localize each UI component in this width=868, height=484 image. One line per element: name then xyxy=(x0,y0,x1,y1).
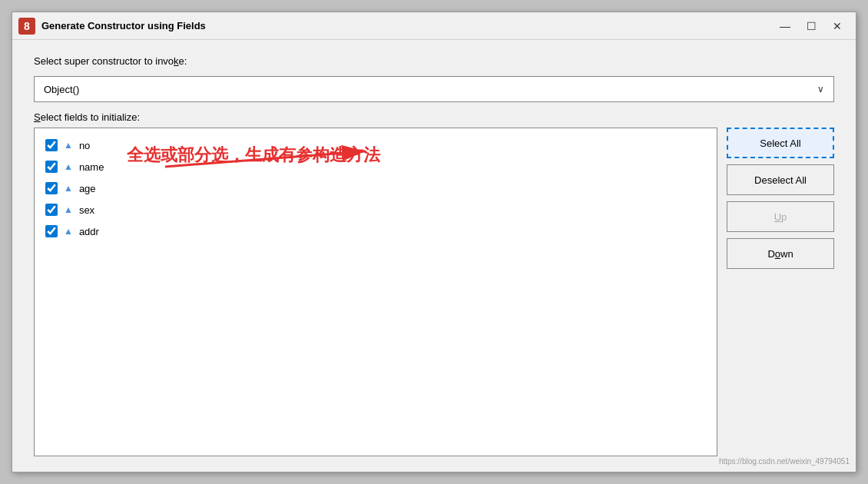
field-name-age: age xyxy=(79,183,96,194)
up-button-label: Up xyxy=(774,211,787,223)
field-checkbox-no[interactable] xyxy=(45,139,58,151)
dialog-content: Select super constructor to invoke: Obje… xyxy=(12,40,856,472)
field-checkbox-addr[interactable] xyxy=(45,225,58,237)
up-button[interactable]: Up xyxy=(727,201,834,232)
title-bar: 8 Generate Constructor using Fields — ☐ … xyxy=(12,12,856,40)
maximize-button[interactable]: ☐ xyxy=(799,17,823,35)
down-button-label: Down xyxy=(767,248,793,260)
super-constructor-label: Select super constructor to invoke: xyxy=(34,55,834,67)
svg-text:8: 8 xyxy=(24,20,30,32)
field-checkbox-name[interactable] xyxy=(45,161,58,173)
down-button[interactable]: Down xyxy=(727,238,834,269)
super-constructor-dropdown-container: Object() ∨ xyxy=(34,76,834,102)
field-triangle-name: ▲ xyxy=(64,161,73,172)
field-name-no: no xyxy=(79,140,90,151)
field-checkbox-sex[interactable] xyxy=(45,204,58,216)
fields-area: ▲ no ▲ name ▲ age xyxy=(34,128,834,456)
dropdown-value: Object() xyxy=(44,84,79,95)
field-item-age[interactable]: ▲ age xyxy=(35,177,717,199)
field-triangle-addr: ▲ xyxy=(64,226,73,237)
field-item-no[interactable]: ▲ no xyxy=(35,134,717,156)
app-icon: 8 xyxy=(18,18,35,35)
fields-label: Select fields to initialize: xyxy=(34,111,834,123)
deselect-all-button[interactable]: Deselect All xyxy=(727,164,834,195)
buttons-column: Select All Deselect All Up Down xyxy=(727,128,834,456)
field-item-addr[interactable]: ▲ addr xyxy=(35,220,717,242)
field-triangle-sex: ▲ xyxy=(64,204,73,215)
super-constructor-dropdown[interactable]: Object() ∨ xyxy=(34,76,834,102)
select-all-button[interactable]: Select All xyxy=(727,128,834,158)
field-checkbox-age[interactable] xyxy=(45,182,58,194)
fields-list: ▲ no ▲ name ▲ age xyxy=(35,128,717,248)
close-button[interactable]: ✕ xyxy=(825,17,850,35)
dropdown-arrow-icon: ∨ xyxy=(817,84,824,94)
field-item-name[interactable]: ▲ name xyxy=(35,156,717,177)
field-triangle-no: ▲ xyxy=(64,140,73,151)
field-name-addr: addr xyxy=(79,226,99,237)
fields-section: Select fields to initialize: ▲ no ▲ xyxy=(34,111,834,456)
field-item-sex[interactable]: ▲ sex xyxy=(35,199,717,220)
field-name-name: name xyxy=(79,161,104,173)
field-triangle-age: ▲ xyxy=(64,183,73,194)
minimize-button[interactable]: — xyxy=(773,17,797,35)
window-controls: — ☐ ✕ xyxy=(773,17,850,35)
window-title: Generate Constructor using Fields xyxy=(41,20,773,31)
fields-list-container: ▲ no ▲ name ▲ age xyxy=(34,128,717,456)
main-window: 8 Generate Constructor using Fields — ☐ … xyxy=(12,12,856,472)
field-name-sex: sex xyxy=(79,204,94,216)
